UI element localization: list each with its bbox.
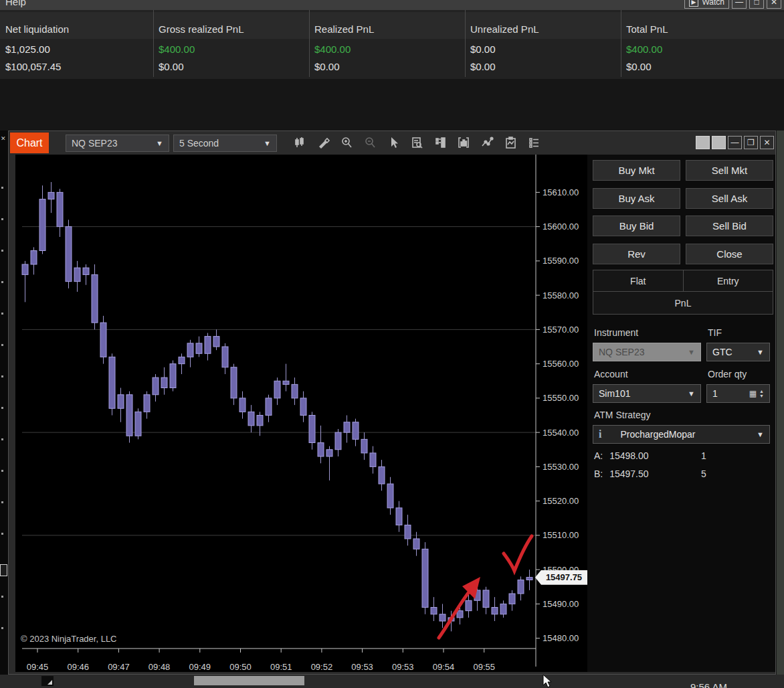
candle-body xyxy=(144,395,150,412)
column-divider xyxy=(309,10,310,77)
atm-strategy-dropdown[interactable]: i ProchargedMopar ▼ xyxy=(593,425,770,444)
candle-body xyxy=(405,525,411,539)
panel-instrument-dropdown: NQ SEP23 ▼ xyxy=(593,343,701,361)
info-icon[interactable]: i xyxy=(599,428,601,440)
candle-body xyxy=(309,416,315,443)
candle-body xyxy=(135,412,141,436)
strategies-icon[interactable] xyxy=(477,134,497,152)
close-button[interactable]: Close xyxy=(686,244,773,264)
candle-body xyxy=(100,323,106,357)
chart-minimize-button[interactable]: — xyxy=(728,136,742,149)
candle-body xyxy=(300,398,306,416)
price-tick-label: 15530.00 xyxy=(543,462,579,472)
copyright-text: © 2023 NinjaTrader, LLC xyxy=(21,634,117,644)
column-divider xyxy=(153,10,154,77)
chart-trader-icon[interactable] xyxy=(430,134,450,152)
zoom-out-icon[interactable] xyxy=(360,134,380,152)
market-analyzer-icon[interactable] xyxy=(500,134,520,152)
chart-restore-button[interactable]: ❐ xyxy=(744,136,758,149)
properties-icon[interactable] xyxy=(524,134,544,152)
account-value-cell: $400.00 xyxy=(314,44,351,55)
buy-bid-button[interactable]: Buy Bid xyxy=(593,216,680,236)
time-tick-label: 09:48 xyxy=(149,662,171,672)
background-window-edge: ✕ xyxy=(0,131,8,675)
account-summary-table: Net liquidationGross realized PnLRealize… xyxy=(0,10,784,79)
candle-body xyxy=(118,395,124,409)
price-tick-label: 15520.00 xyxy=(543,496,579,506)
candle-body xyxy=(266,398,272,416)
time-tick-label: 09:53 xyxy=(351,662,373,672)
menu-help[interactable]: Help xyxy=(5,0,26,7)
time-tick-label: 09:45 xyxy=(27,662,49,672)
instrument-dropdown[interactable]: NQ SEP23 ▼ xyxy=(66,135,169,152)
panel-toggle-2-button[interactable] xyxy=(712,136,726,149)
interval-dropdown[interactable]: 5 Second ▼ xyxy=(173,135,277,152)
cursor-icon[interactable] xyxy=(383,134,403,152)
account-window-body xyxy=(0,79,784,131)
tif-dropdown[interactable]: GTC ▼ xyxy=(706,343,770,361)
account-dropdown[interactable]: Sim101 ▼ xyxy=(593,384,701,403)
qty-spinner[interactable]: ▲▼ xyxy=(759,389,764,398)
sell-ask-button[interactable]: Sell Ask xyxy=(686,188,773,209)
candle-body xyxy=(326,450,332,456)
candle-body xyxy=(509,594,515,604)
window-maximize-button[interactable]: □ xyxy=(749,0,764,9)
time-tick-label: 09:49 xyxy=(189,662,211,672)
hand-drawn-checkmark xyxy=(504,536,532,571)
candle-body xyxy=(431,608,437,614)
candle-body xyxy=(109,357,115,408)
buy-ask-button[interactable]: Buy Ask xyxy=(593,188,680,209)
bottom-taskbar: 9:56 AM xyxy=(0,675,784,688)
tab-entry[interactable]: Entry xyxy=(683,270,773,291)
candle-body xyxy=(439,614,446,621)
candle-body xyxy=(83,268,89,274)
order-qty-label: Order qty xyxy=(708,369,747,379)
draw-pencil-icon[interactable] xyxy=(313,134,333,152)
chart-style-icon[interactable] xyxy=(290,134,310,152)
pnl-display[interactable]: PnL xyxy=(593,291,773,315)
price-tick-label: 15550.00 xyxy=(543,393,579,403)
indicators-icon[interactable] xyxy=(454,134,474,152)
candle-body xyxy=(222,347,228,367)
order-qty-input[interactable]: 1 ▦ ▲▼ xyxy=(706,384,770,403)
level-a-price: 15498.00 xyxy=(609,450,648,461)
tab-flat[interactable]: Flat xyxy=(593,270,683,291)
candle-body xyxy=(239,398,246,412)
price-chart[interactable]: 15610.0015600.0015590.0015580.0015570.00… xyxy=(15,155,595,672)
candle-body xyxy=(413,539,419,549)
candle-body xyxy=(66,227,72,282)
time-tick-label: 09:54 xyxy=(433,662,455,672)
calculator-icon[interactable]: ▦ xyxy=(749,389,757,398)
time-tick-label: 09:50 xyxy=(229,662,252,672)
resize-grip-icon[interactable] xyxy=(41,676,54,686)
candle-body xyxy=(257,416,263,426)
rev-button[interactable]: Rev xyxy=(593,244,680,264)
buy-mkt-button[interactable]: Buy Mkt xyxy=(593,160,680,181)
candle-body xyxy=(231,367,237,398)
window-close-button[interactable]: ✕ xyxy=(767,0,781,9)
price-tick-label: 15490.00 xyxy=(543,599,579,609)
column-header: Net liquidation xyxy=(5,23,69,35)
sell-bid-button[interactable]: Sell Bid xyxy=(686,216,773,236)
background-close-icon[interactable]: ✕ xyxy=(1,135,6,142)
account-value-cell: $100,057.45 xyxy=(5,61,61,72)
candle-body xyxy=(48,192,54,199)
zoom-in-icon[interactable] xyxy=(336,134,357,152)
window-minimize-button[interactable]: — xyxy=(732,0,747,9)
candle-body xyxy=(196,343,202,353)
horizontal-scrollbar-thumb[interactable] xyxy=(194,676,304,685)
sell-mkt-button[interactable]: Sell Mkt xyxy=(686,160,773,181)
candle-body xyxy=(457,611,463,618)
candle-body xyxy=(353,422,359,440)
candle-body xyxy=(57,192,63,226)
price-tick-label: 15590.00 xyxy=(543,256,579,266)
data-box-icon[interactable] xyxy=(407,134,427,152)
time-tick-label: 09:52 xyxy=(311,662,333,672)
panel-toggle-1-button[interactable] xyxy=(696,136,710,149)
level-a-qty: 1 xyxy=(701,450,706,461)
candle-body xyxy=(187,343,193,357)
chart-close-button[interactable]: ✕ xyxy=(760,136,774,149)
account-value-cell: $0.00 xyxy=(314,61,340,72)
watch-button[interactable]: ▶ Watch xyxy=(684,0,729,9)
chart-tab[interactable]: Chart xyxy=(10,133,49,153)
